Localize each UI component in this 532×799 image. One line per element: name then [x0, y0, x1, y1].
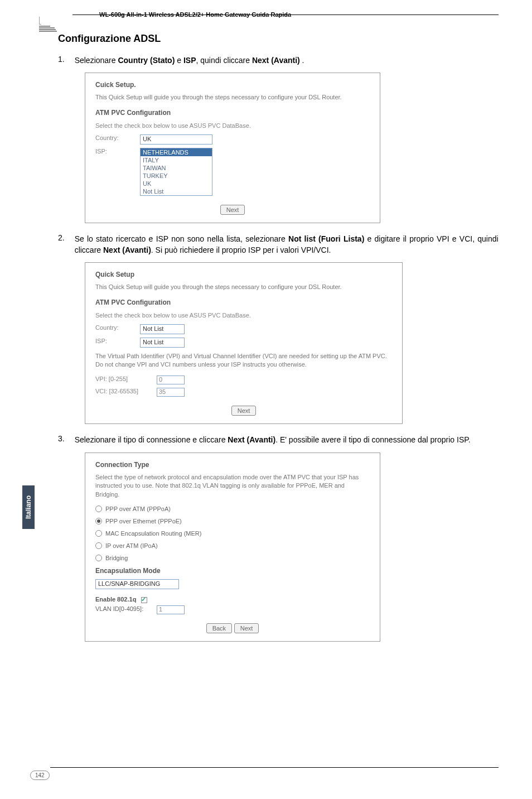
ss1-country-label: Country:	[95, 134, 140, 141]
step1-number: 1.	[58, 55, 72, 64]
ss3-desc: Select the type of network protocol and …	[95, 473, 370, 499]
ss1-desc: This Quick Setup will guide you through …	[95, 93, 370, 102]
ss1-title: Cuick Setup.	[95, 81, 370, 89]
ss2-next-button[interactable]: Next	[231, 406, 257, 416]
ss2-vpi-label: VPI: [0-255]	[95, 376, 157, 382]
ss2-desc: This Quick Setup will guide you through …	[95, 283, 392, 291]
ss2-subtitle: ATM PVC Configuration	[95, 299, 392, 306]
ss2-country-select[interactable]: Not List	[140, 324, 185, 334]
ss1-country-select[interactable]: UK	[140, 134, 212, 145]
ss3-radio-mer[interactable]	[95, 530, 102, 537]
ss3-radio-bridging[interactable]	[95, 555, 102, 561]
ss3-8021q-checkbox[interactable]	[141, 597, 147, 603]
ss3-radio-pppoa[interactable]	[95, 506, 102, 512]
ss3-8021q-label: Enable 802.1q	[95, 596, 136, 603]
ss1-isp-listbox[interactable]: NETHERLANDS ITALY TAIWAN TURKEY UK Not L…	[140, 148, 212, 196]
ss3-title: Connection Type	[95, 461, 370, 469]
ss3-back-button[interactable]: Back	[206, 623, 232, 633]
footer-rule	[50, 767, 499, 768]
step3-text: Selezionare il tipo di connessione e cli…	[75, 434, 499, 445]
ss2-note: Select the check box below to use ASUS P…	[95, 312, 392, 319]
page-number: 142	[30, 771, 50, 780]
ss3-opt3: MAC Encapsulation Routing (MER)	[105, 530, 201, 537]
step2-number: 2.	[58, 233, 72, 242]
ss2-title: Quick Setup	[95, 271, 392, 278]
ss1-next-button[interactable]: Next	[220, 205, 245, 215]
ss2-vpi-input[interactable]: 0	[157, 376, 185, 384]
language-tab: Italiano	[22, 485, 35, 529]
ss3-opt2: PPP over Ethernet (PPPoE)	[105, 518, 182, 524]
ss1-note: Select the check box below to use ASUS P…	[95, 122, 370, 129]
step1-text: Selezionare Country (Stato) e ISP, quind…	[75, 55, 499, 66]
step2-text: Se lo stato ricercato e ISP non sono nel…	[75, 233, 499, 256]
ss1-isp-label: ISP:	[95, 148, 140, 155]
ss3-opt1: PPP over ATM (PPPoA)	[105, 506, 171, 512]
ss2-isp-select[interactable]: Not List	[140, 338, 185, 348]
ss3-radio-ipoa[interactable]	[95, 542, 102, 549]
ss3-vlan-label: VLAN ID[0-4095]:	[95, 605, 157, 612]
ss3-radio-pppoe[interactable]	[95, 518, 102, 524]
step3-number: 3.	[58, 434, 72, 443]
screenshot-1: Cuick Setup. This Quick Setup will guide…	[85, 73, 380, 223]
ss3-enc-select[interactable]: LLC/SNAP-BRIDGING	[95, 579, 179, 589]
ss3-vlan-input[interactable]: 1	[157, 605, 185, 614]
ss3-opt5: Bridging	[105, 555, 128, 561]
ss3-next-button[interactable]: Next	[234, 623, 259, 633]
ss2-vci-input[interactable]: 35	[157, 388, 185, 397]
ss2-country-label: Country:	[95, 324, 140, 331]
ss2-vci-label: VCI: [32-65535]	[95, 388, 157, 394]
ss2-isp-label: ISP:	[95, 338, 140, 344]
section-title: Configurazione ADSL	[58, 33, 499, 45]
header-icon	[39, 17, 57, 32]
ss3-opt4: IP over ATM (IPoA)	[105, 542, 158, 549]
ss2-vpi-desc: The Virtual Path Identifier (VPI) and Vi…	[95, 352, 392, 369]
ss1-subtitle: ATM PVC Configuration	[95, 109, 370, 117]
ss3-enc-label: Encapsulation Mode	[95, 567, 370, 575]
header-rule	[72, 15, 499, 15]
screenshot-2: Quick Setup This Quick Setup will guide …	[85, 262, 403, 424]
screenshot-3: Connection Type Select the type of netwo…	[85, 453, 380, 642]
